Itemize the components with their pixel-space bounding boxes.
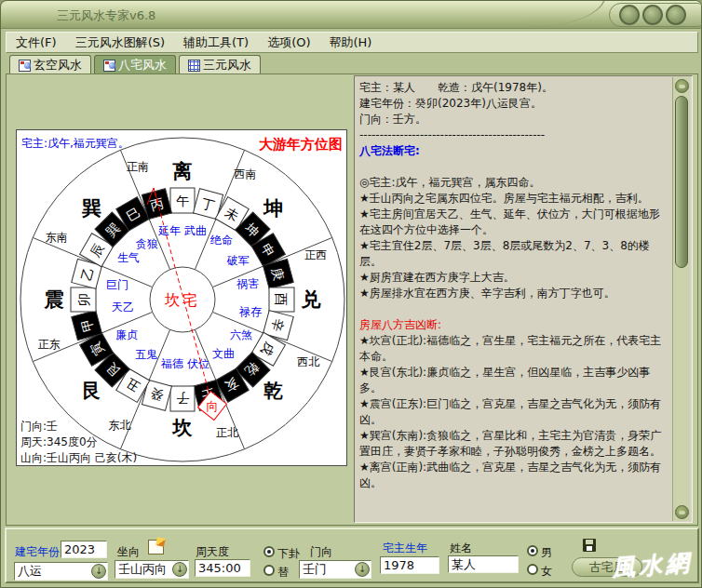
door-select[interactable]: 壬门 ↓ — [299, 560, 371, 579]
gender-female-label: 女 — [541, 564, 552, 580]
report-paragraph: 八宅法断宅: — [359, 143, 670, 159]
trigram-label: 乾 — [263, 380, 283, 402]
tab-八宅风水[interactable]: 八宅风水 — [94, 55, 176, 74]
scroll-down-button[interactable] — [675, 505, 689, 519]
tab-三元风水[interactable]: 三元风水 — [179, 55, 261, 74]
report-paragraph: ★厨房宜建在西方庚字上大吉。 — [359, 270, 670, 286]
star-label: 巨门 — [106, 278, 128, 291]
star-label: 廉贞 — [115, 328, 138, 341]
report-paragraph — [359, 159, 670, 175]
menu-item[interactable]: 三元风水图解(S) — [66, 34, 174, 51]
report-text: 宅主：某人 乾造：戊午(1978年)。建宅年份：癸卯(2023年)八运艮宫。门向… — [359, 80, 670, 491]
dropdown-arrow-icon[interactable]: ↓ — [355, 562, 370, 577]
direction-label: 西北 — [297, 355, 319, 368]
star-label: 生气 — [117, 251, 140, 264]
menu-item[interactable]: 帮助(H) — [320, 34, 382, 51]
menu-item[interactable]: 辅助工具(T) — [174, 34, 258, 51]
name-input[interactable] — [448, 555, 519, 573]
trigram-label: 兑 — [301, 288, 322, 311]
title-bar: 三元风水专家v6.8 — [1, 1, 702, 29]
scrollbar[interactable] — [672, 77, 690, 521]
trigram-label: 离 — [172, 160, 193, 182]
compass-icon — [103, 60, 115, 72]
gua-xiagua-label: 下卦 — [277, 546, 300, 562]
door-value: 壬门 — [300, 561, 355, 578]
grid-icon — [188, 60, 200, 72]
report-paragraph: 建宅年份：癸卯(2023年)八运艮宫。 — [359, 96, 670, 112]
menu-bar: 文件(F)三元风水图解(S)辅助工具(T)选项(O)帮助(H) — [6, 32, 698, 53]
build-year-label: 建宅年份 — [15, 544, 60, 560]
direction-label: 西南 — [234, 167, 256, 180]
gua-radio-ti[interactable] — [263, 565, 275, 576]
close-button[interactable] — [666, 5, 686, 25]
report-paragraph: ★壬山丙向之宅属东四位宅。房屋与宅主福元相配，吉利。 — [359, 191, 670, 207]
sitting-value: 壬山丙向 — [115, 561, 172, 578]
gender-radio-female[interactable] — [527, 564, 538, 575]
diagram-title: 大游年方位图 — [259, 136, 343, 154]
gender-male-label: 男 — [541, 545, 552, 561]
lookup-button[interactable]: 古宅居 — [572, 557, 642, 577]
mountain-cell: 卯 — [71, 287, 96, 312]
trigram-label: 坤 — [263, 197, 283, 220]
dropdown-arrow-icon[interactable]: ↓ — [172, 562, 187, 577]
birth-year-label: 宅主生年 — [383, 541, 427, 556]
direction-label: 正北 — [216, 426, 238, 439]
period-select[interactable]: 八运 ↓ — [14, 562, 108, 581]
report-panel: 宅主：某人 乾造：戊午(1978年)。建宅年份：癸卯(2023年)八运艮宫。门向… — [354, 75, 693, 523]
period-value: 八运 — [15, 563, 91, 580]
bazhai-compass: 午丁未坤申庚酉辛戌乾亥壬子癸丑艮寅甲卯乙辰巽巳丙离坤兑乾坎艮震巽正南西南正西西北… — [17, 130, 348, 467]
report-paragraph: ★坎宫(正北):福德临之，宫生星，宅主福元之所在，代表宅主本命。 — [359, 333, 670, 365]
mountain-cell: 午 — [170, 188, 195, 213]
report-paragraph: ◎宅主:戊午，福元巽宫，属东四命。 — [359, 175, 670, 191]
trigram-label: 艮 — [82, 380, 101, 402]
window-title: 三元风水专家v6.8 — [57, 7, 155, 24]
minimize-button[interactable] — [619, 5, 640, 25]
report-paragraph: ★宅主房间宜居天乙、生气、延年、伏位方，大门可根据地形在这四个方位中选择一个。 — [359, 207, 670, 238]
svg-text:午: 午 — [176, 194, 189, 208]
gua-ti-label: 替 — [277, 565, 289, 581]
report-paragraph: ★震宫(正东):巨门临之，宫克星，吉星之吉气化为无，须防有凶。 — [359, 396, 670, 428]
star-label: 五鬼 — [135, 348, 157, 361]
menu-item[interactable]: 文件(F) — [7, 34, 66, 51]
direction-label: 正南 — [127, 160, 149, 173]
report-paragraph: ★艮宫(东北):廉贞临之，星生宫，但凶星临，主吉事少凶事多。 — [359, 365, 670, 396]
star-label: 六煞 — [230, 328, 252, 341]
titlebar-decor — [522, 0, 606, 27]
star-label: 绝命 — [209, 234, 233, 247]
report-paragraph: 门向：壬方。 — [359, 112, 670, 127]
svg-text:卯: 卯 — [76, 293, 91, 306]
sitting-label: 坐向 — [117, 544, 140, 560]
star-label: 破军 — [226, 254, 250, 267]
compass-icon — [19, 60, 31, 72]
tab-label: 八宅风水 — [118, 57, 167, 74]
tab-玄空风水[interactable]: 玄空风水 — [9, 55, 91, 74]
tab-label: 玄空风水 — [34, 57, 82, 74]
birth-year-input[interactable] — [380, 556, 439, 574]
scroll-thumb[interactable] — [675, 96, 688, 268]
degree-text: 周天:345度0分 — [20, 434, 137, 450]
gender-radio-male[interactable] — [527, 545, 538, 556]
save-icon[interactable] — [583, 539, 596, 552]
maximize-button[interactable] — [642, 5, 663, 25]
svg-text:酉: 酉 — [274, 293, 289, 306]
mountain-cell: 子 — [170, 386, 195, 411]
trigram-label: 巽 — [81, 197, 101, 220]
trigram-label: 震 — [44, 288, 64, 311]
degree-input[interactable] — [195, 559, 250, 577]
diagram-panel: 午丁未坤申庚酉辛戌乾亥壬子癸丑艮寅甲卯乙辰巽巳丙离坤兑乾坎艮震巽正南西南正西西北… — [16, 129, 347, 466]
menu-item[interactable]: 选项(O) — [258, 34, 319, 51]
sitting-select[interactable]: 壬山丙向 ↓ — [115, 560, 189, 579]
tab-strip: 玄空风水八宅风水三元风水 — [9, 55, 261, 74]
dropdown-arrow-icon[interactable]: ↓ — [91, 564, 106, 579]
scroll-up-button[interactable] — [675, 79, 689, 93]
build-year-input[interactable] — [61, 541, 107, 558]
direction-label: 东南 — [46, 231, 68, 244]
gua-radio-xiagua[interactable] — [263, 546, 275, 557]
name-label: 姓名 — [450, 541, 472, 556]
edit-note-icon[interactable] — [148, 540, 164, 555]
svg-text:子: 子 — [176, 391, 189, 406]
facing-marker: 向 — [207, 399, 219, 413]
form-bar: 建宅年份 八运 ↓ 坐向 壬山丙向 ↓ 周天度 下卦 替 门向 壬门 ↓ 宅主生… — [5, 528, 699, 583]
star-label: 文曲 — [212, 347, 235, 360]
direction-label: 正西 — [304, 248, 327, 261]
